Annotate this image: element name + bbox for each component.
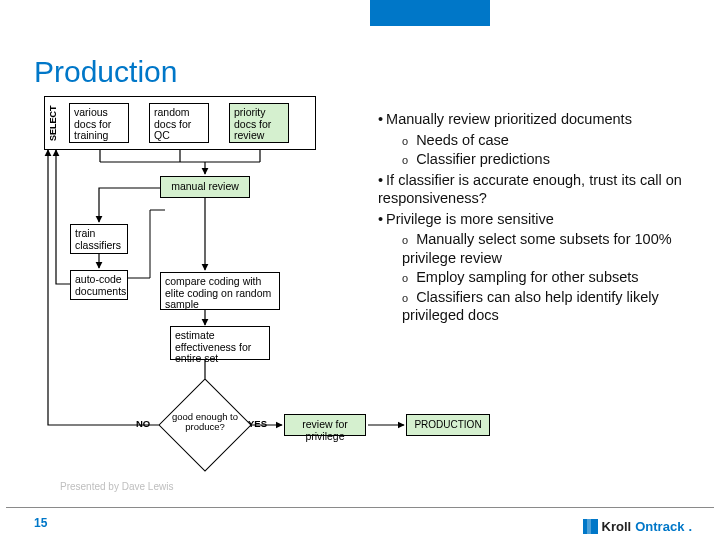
logo-icon xyxy=(583,519,598,534)
box-auto-code: auto-code documents xyxy=(70,270,128,300)
list-item: Manually review prioritized documents Ne… xyxy=(378,110,688,169)
box-estimate-effectiveness: estimate effectiveness for entire set xyxy=(170,326,270,360)
list-item: Needs of case xyxy=(402,131,688,150)
box-manual-review: manual review xyxy=(160,176,250,198)
list-item: Employ sampling for other subsets xyxy=(402,268,688,287)
list-item: If classifier is accurate enough, trust … xyxy=(378,171,688,208)
bullet-text: Manually review prioritized documents xyxy=(386,111,632,127)
list-item: Classifiers can also help identify likel… xyxy=(402,288,688,325)
label-yes: YES xyxy=(248,418,267,429)
box-production: PRODUCTION xyxy=(406,414,490,436)
box-priority-review: priority docs for review xyxy=(229,103,289,143)
box-compare-coding: compare coding with elite coding on rand… xyxy=(160,272,280,310)
list-item: Privilege is more sensitive Manually sel… xyxy=(378,210,688,325)
select-group: SELECT various docs for training random … xyxy=(44,96,316,150)
box-random-qc: random docs for QC xyxy=(149,103,209,143)
box-training-docs: various docs for training xyxy=(69,103,129,143)
box-train-classifiers: train classifiers xyxy=(70,224,128,254)
accent-bar xyxy=(370,0,490,26)
flowchart: SELECT various docs for training random … xyxy=(44,96,374,496)
brand-right: Ontrack xyxy=(635,519,684,534)
label-no: NO xyxy=(136,418,150,429)
list-item: Manually select some subsets for 100% pr… xyxy=(402,230,688,267)
page-title: Production xyxy=(34,55,177,89)
box-review-privilege: review for privilege xyxy=(284,414,366,436)
decision-text: good enough to produce? xyxy=(170,412,240,432)
brand-logo: Kroll Ontrack. xyxy=(583,519,692,534)
list-item: Classifier predictions xyxy=(402,150,688,169)
bullet-list: Manually review prioritized documents Ne… xyxy=(378,110,688,327)
select-label: SELECT xyxy=(48,97,62,149)
brand-left: Kroll xyxy=(602,519,632,534)
slide-number: 15 xyxy=(34,516,47,530)
footer-divider xyxy=(6,507,714,508)
presented-by: Presented by Dave Lewis xyxy=(60,481,173,492)
